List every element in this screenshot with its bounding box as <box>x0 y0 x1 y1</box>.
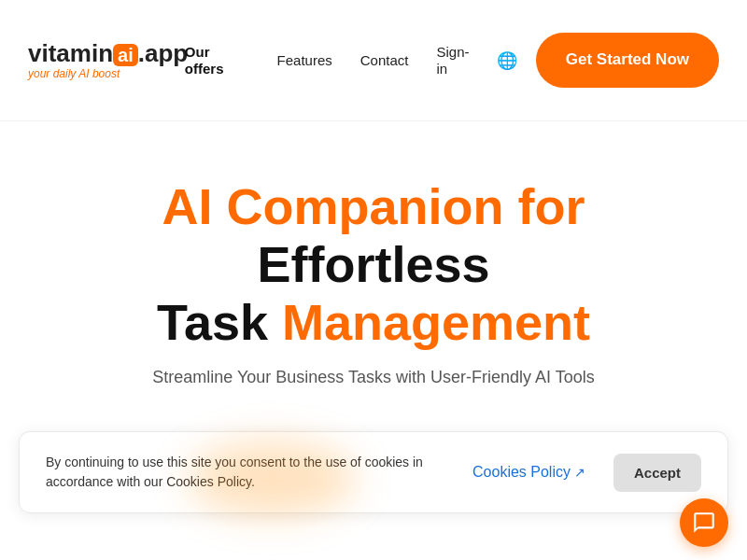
hero-title-management: Management <box>282 294 590 350</box>
cookie-accept-button[interactable]: Accept <box>613 454 701 492</box>
cookie-banner: By continuing to use this site you conse… <box>19 431 728 513</box>
cookie-policy-label: Cookies Policy <box>472 464 571 481</box>
hero-subtitle: Streamline Your Business Tasks with User… <box>152 368 595 387</box>
hero-title: AI Companion for Effortless Task Managem… <box>75 177 672 351</box>
globe-icon[interactable]: 🌐 <box>497 50 517 71</box>
get-started-button[interactable]: Get Started Now <box>536 33 719 87</box>
logo-app: .app <box>138 39 188 67</box>
logo[interactable]: vitaminai.app your daily AI boost <box>28 41 185 80</box>
nav-link-signin[interactable]: Sign-in <box>436 44 469 77</box>
hero-section: AI Companion for Effortless Task Managem… <box>0 121 747 415</box>
hero-title-orange-1: AI Companion for <box>162 178 585 234</box>
nav-link-features[interactable]: Features <box>277 52 332 68</box>
nav-item-signin[interactable]: Sign-in <box>436 44 477 77</box>
chat-icon <box>692 511 716 535</box>
hero-title-effortless: Effortless <box>257 236 489 292</box>
nav-item-features[interactable]: Features <box>277 52 332 69</box>
logo-vitamin: vitamin <box>28 39 113 67</box>
cookie-text: By continuing to use this site you conse… <box>46 453 444 492</box>
cookie-text-area: By continuing to use this site you conse… <box>46 453 444 492</box>
nav-item-our-offers[interactable]: Our offers <box>185 44 249 77</box>
nav-item-contact[interactable]: Contact <box>360 52 409 69</box>
nav-links: Our offers Features Contact Sign-in <box>185 44 478 77</box>
cookie-policy-link[interactable]: Cookies Policy ↗ <box>472 464 585 481</box>
nav-link-contact[interactable]: Contact <box>360 52 409 68</box>
navbar: vitaminai.app your daily AI boost Our of… <box>0 0 747 121</box>
chat-button[interactable] <box>680 498 728 547</box>
external-link-icon: ↗ <box>574 465 585 480</box>
nav-link-our-offers[interactable]: Our offers <box>185 44 224 77</box>
hero-title-task: Task <box>157 294 268 350</box>
logo-ai: ai <box>113 44 138 66</box>
logo-tagline: your daily AI boost <box>28 67 185 80</box>
nav-language-icon[interactable]: 🌐 <box>497 50 517 71</box>
logo-wordmark: vitaminai.app <box>28 41 185 65</box>
